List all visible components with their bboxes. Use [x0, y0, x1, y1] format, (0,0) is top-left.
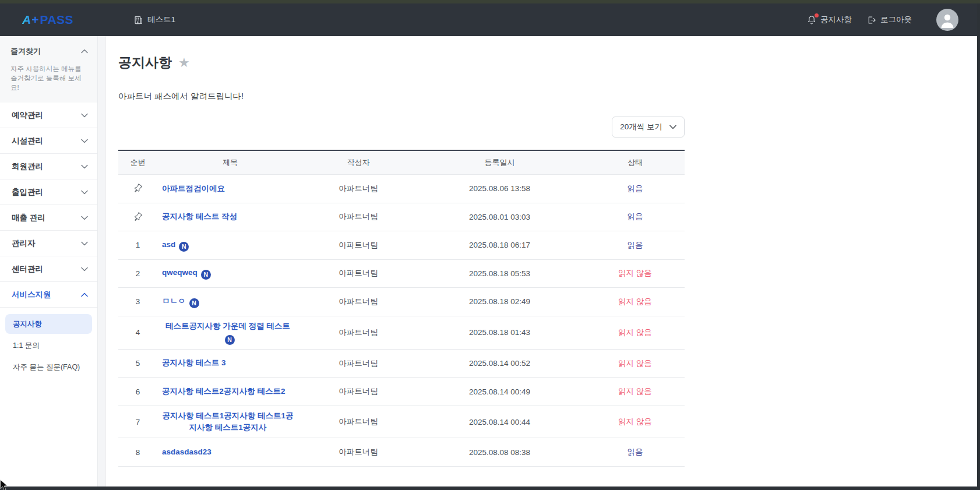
notice-title-text: 테스트공지사항 가운데 정렬 테스트: [165, 322, 290, 330]
author-cell: 아파트너팀: [303, 211, 414, 222]
row-number: 3: [136, 297, 140, 306]
author-cell: 아파트너팀: [303, 297, 414, 307]
notice-title-text: 공지사항 테스트2공지사항 테스트2: [162, 387, 285, 396]
notice-title-link[interactable]: 공지사항 테스트2공지사항 테스트2: [162, 386, 285, 397]
site-selector[interactable]: 테스트1: [134, 15, 175, 25]
notice-button[interactable]: 공지사항: [807, 15, 852, 25]
sidebar-submenu-item-label: 공지사항: [13, 319, 42, 329]
favorites-description: 자주 사용하시는 메뉴를 즐겨찾기로 등록해 보세요!: [10, 64, 83, 92]
new-badge: N: [179, 242, 189, 252]
notice-title-text: 공지사항 테스트 작성: [162, 212, 237, 221]
title-cell: 공지사항 테스트 3: [157, 353, 303, 373]
status-cell: 읽지 않음: [586, 417, 685, 427]
notice-table: 순번제목작성자등록일시상태 아파트점검이에요 아파트너팀 2025.08.06 …: [118, 150, 685, 467]
notice-title-link[interactable]: 공지사항 테스트 작성: [162, 211, 237, 223]
sidebar-submenu-item[interactable]: 자주 묻는 질문(FAQ): [5, 357, 92, 377]
notice-title-link[interactable]: 공지사항 테스트 3: [162, 357, 226, 369]
chevron-down-icon: [81, 164, 88, 169]
row-number-cell: 4: [118, 328, 157, 337]
author-cell: 아파트너팀: [303, 417, 414, 427]
logout-button[interactable]: 로그아웃: [867, 15, 912, 25]
sidebar-menu-item-label: 회원관리: [12, 161, 43, 172]
new-badge: N: [189, 298, 199, 308]
sidebar-menu-item[interactable]: 서비스지원: [0, 282, 97, 308]
author-cell: 아파트너팀: [303, 240, 414, 251]
sidebar-menu-item-label: 출입관리: [12, 187, 43, 198]
sidebar-menu-item-label: 서비스지원: [12, 290, 51, 300]
logo-a-mark: A+: [22, 13, 38, 26]
status-cell: 읽지 않음: [586, 358, 685, 369]
table-row: 아파트점검이에요 아파트너팀 2025.08.06 13:58 읽음: [118, 175, 685, 203]
status-cell: 읽음: [586, 447, 685, 457]
favorite-star-icon[interactable]: ★: [178, 57, 190, 69]
notice-title-link[interactable]: asdN: [162, 239, 189, 252]
chevron-down-icon: [81, 267, 88, 272]
logo-pass-text: PASS: [40, 13, 73, 26]
author-cell: 아파트너팀: [303, 358, 414, 369]
sidebar-menu-item[interactable]: 센터관리: [0, 256, 97, 282]
table-row: 5 공지사항 테스트 3 아파트너팀 2025.08.14 00:52 읽지 않…: [118, 350, 685, 378]
row-number-cell: 6: [118, 387, 157, 396]
title-cell: asdasdasd23: [157, 442, 303, 462]
table-row: 8 asdasdasd23 아파트너팀 2025.08.08 08:38 읽음: [118, 438, 685, 467]
notice-title-link[interactable]: 아파트점검이에요: [162, 183, 225, 195]
sidebar-menu-item[interactable]: 회원관리: [0, 154, 97, 179]
table-column-header: 등록일시: [414, 157, 586, 168]
date-cell: 2025.08.14 00:52: [414, 359, 586, 368]
sidebar-menu-item[interactable]: 관리자: [0, 231, 97, 256]
chevron-down-icon: [81, 113, 88, 118]
page-subtitle: 아파트너 패스에서 알려드립니다!: [118, 91, 685, 102]
notice-title-text: 아파트점검이에요: [162, 184, 225, 193]
user-avatar[interactable]: [936, 9, 958, 31]
page-title: 공지사항: [118, 54, 172, 72]
sidebar-menu-item[interactable]: 매출 관리: [0, 205, 97, 231]
chevron-down-icon: [81, 241, 88, 246]
sidebar-submenu-item[interactable]: 공지사항: [5, 314, 92, 334]
notice-title-link[interactable]: qweqweqN: [162, 267, 211, 280]
sidebar-submenu-item[interactable]: 1:1 문의: [5, 336, 92, 355]
status-cell: 읽음: [586, 240, 685, 251]
author-cell: 아파트너팀: [303, 268, 414, 279]
title-cell: asdN: [157, 235, 303, 256]
sidebar-menu-item[interactable]: 시설관리: [0, 128, 97, 154]
topbar-actions: 공지사항 로그아웃: [807, 9, 977, 31]
sidebar-submenu-item-label: 자주 묻는 질문(FAQ): [13, 362, 80, 372]
row-number-cell: 8: [118, 448, 157, 457]
notice-title-link[interactable]: 공지사항 테스트1공지사항 테스트1공지사항 테스트1공지사: [162, 410, 294, 434]
sidebar-menu-item[interactable]: 예약관리: [0, 103, 97, 128]
table-rows: 아파트점검이에요 아파트너팀 2025.08.06 13:58 읽음 공지사항 …: [118, 175, 685, 467]
date-cell: 2025.08.01 03:03: [414, 213, 586, 221]
logout-icon: [867, 16, 876, 24]
pin-icon: [131, 182, 145, 196]
main-content: 공지사항 ★ 아파트너 패스에서 알려드립니다! 20개씩 보기: [106, 36, 977, 487]
chevron-up-icon[interactable]: [81, 49, 88, 54]
favorites-title: 즐겨찾기: [10, 46, 41, 57]
title-cell: 테스트공지사항 가운데 정렬 테스트N: [157, 316, 303, 349]
date-cell: 2025.08.18 02:49: [414, 297, 586, 306]
page-size-select[interactable]: 20개씩 보기: [612, 117, 685, 138]
app-logo[interactable]: A+PASS: [22, 13, 73, 27]
sidebar-scrollbar[interactable]: [98, 36, 106, 487]
person-icon: [936, 9, 958, 31]
row-number-cell: 5: [118, 359, 157, 368]
notice-title-link[interactable]: ㅁㄴㅇN: [162, 295, 199, 308]
table-column-header: 작성자: [303, 157, 414, 168]
title-cell: 공지사항 테스트2공지사항 테스트2: [157, 382, 303, 401]
status-cell: 읽음: [586, 184, 685, 194]
notice-title-text: 공지사항 테스트1공지사항 테스트1공지사항 테스트1공지사: [162, 411, 293, 432]
notice-title-link[interactable]: 테스트공지사항 가운데 정렬 테스트N: [162, 320, 294, 345]
title-cell: 아파트점검이에요: [157, 179, 303, 199]
bell-icon: [807, 15, 816, 25]
chevron-up-icon: [81, 292, 88, 297]
row-number-cell: 7: [118, 418, 157, 426]
sidebar-menu-item[interactable]: 출입관리: [0, 179, 97, 205]
building-icon: [134, 16, 143, 24]
app-window: A+PASS 테스트1 공지사항: [0, 3, 977, 487]
notice-title-link[interactable]: asdasdasd23: [162, 446, 211, 458]
notice-title-text: 공지사항 테스트 3: [162, 358, 226, 367]
notice-button-label: 공지사항: [820, 15, 852, 25]
sidebar: 즐겨찾기 자주 사용하시는 메뉴를 즐겨찾기로 등록해 보세요! 예약관리 시설…: [0, 36, 98, 487]
new-badge: N: [225, 335, 235, 345]
list-toolbar: 20개씩 보기: [118, 117, 685, 138]
favorites-section: 즐겨찾기 자주 사용하시는 메뉴를 즐겨찾기로 등록해 보세요!: [0, 36, 97, 103]
